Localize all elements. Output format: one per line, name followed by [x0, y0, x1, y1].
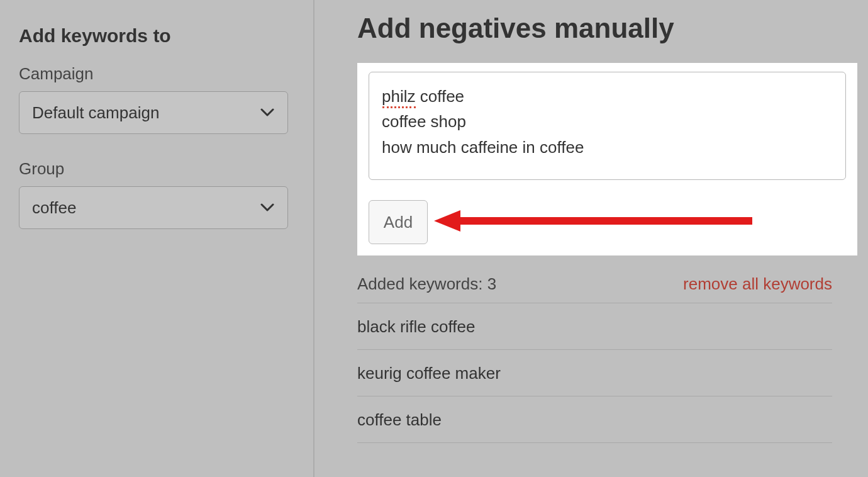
added-keywords-list: black rifle coffee keurig coffee maker c…: [357, 303, 832, 443]
campaign-select[interactable]: Default campaign: [19, 91, 288, 134]
added-keywords-header: Added keywords: 3 remove all keywords: [357, 274, 832, 303]
sidebar-heading: Add keywords to: [19, 25, 288, 47]
list-item[interactable]: coffee table: [357, 396, 832, 443]
svg-marker-1: [434, 210, 460, 232]
campaign-select-value: Default campaign: [32, 103, 159, 123]
list-item[interactable]: keurig coffee maker: [357, 350, 832, 396]
remove-all-link[interactable]: remove all keywords: [683, 274, 832, 294]
page-title: Add negatives manually: [357, 13, 857, 44]
campaign-label: Campaign: [19, 64, 288, 84]
added-count-label: Added keywords: 3: [357, 274, 496, 294]
list-item[interactable]: black rifle coffee: [357, 303, 832, 350]
annotation-arrow-icon: [431, 208, 759, 236]
group-select[interactable]: coffee: [19, 186, 288, 229]
group-label: Group: [19, 159, 288, 179]
group-select-value: coffee: [32, 198, 76, 218]
negatives-input-card: philz Add: [357, 63, 857, 255]
negatives-textarea[interactable]: [369, 72, 846, 180]
main-panel: Add negatives manually philz Add Added k…: [314, 0, 868, 477]
add-button[interactable]: Add: [369, 200, 428, 244]
sidebar: Add keywords to Campaign Default campaig…: [0, 0, 314, 477]
